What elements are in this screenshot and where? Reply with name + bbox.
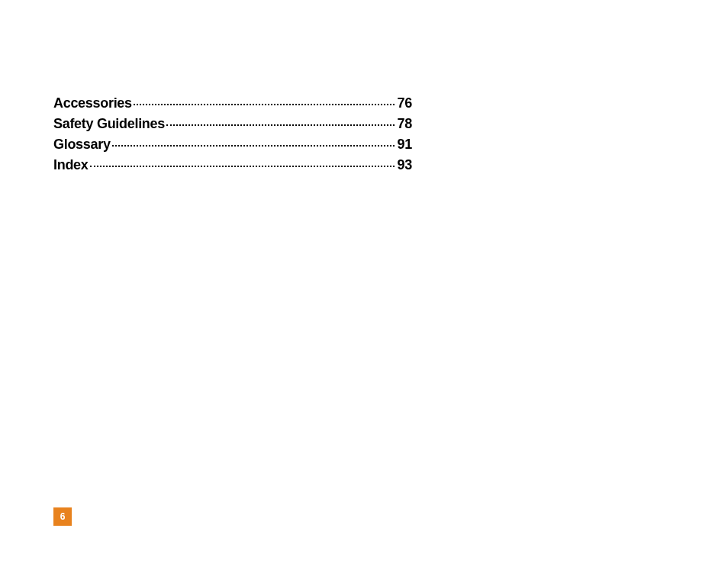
toc-leader-dots	[134, 104, 395, 105]
page-number-text: 6	[60, 511, 66, 522]
toc-entry: Safety Guidelines 78	[53, 116, 412, 132]
toc-entry: Accessories 76	[53, 95, 412, 111]
document-page: Accessories 76 Safety Guidelines 78 Glos…	[0, 0, 728, 583]
table-of-contents: Accessories 76 Safety Guidelines 78 Glos…	[53, 95, 412, 173]
toc-leader-dots	[90, 166, 395, 167]
toc-title: Index	[53, 157, 89, 173]
toc-title: Glossary	[53, 137, 111, 153]
toc-leader-dots	[166, 124, 395, 126]
toc-page-number: 93	[398, 157, 412, 173]
toc-entry: Index 93	[53, 157, 412, 173]
page-number-badge: 6	[53, 507, 72, 526]
toc-title: Safety Guidelines	[53, 116, 165, 132]
toc-page-number: 78	[398, 116, 412, 132]
toc-page-number: 76	[398, 95, 412, 111]
toc-title: Accessories	[53, 95, 132, 111]
toc-leader-dots	[112, 145, 395, 147]
toc-entry: Glossary 91	[53, 137, 412, 153]
toc-page-number: 91	[398, 137, 412, 153]
